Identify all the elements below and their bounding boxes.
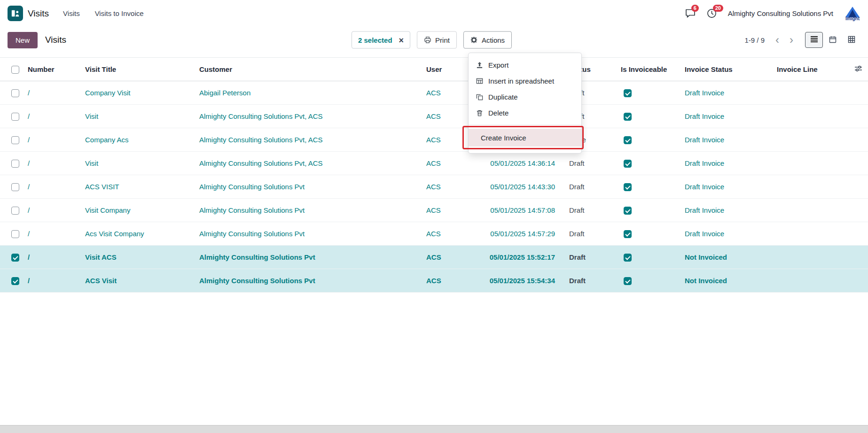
cell-is-invoiceable[interactable] bbox=[617, 105, 681, 128]
row-checkbox[interactable] bbox=[11, 207, 19, 215]
cell-visit-title[interactable]: Visit bbox=[81, 105, 195, 128]
cell-is-invoiceable[interactable] bbox=[617, 175, 681, 199]
cell-customer[interactable]: Almighty Consulting Solutions Pvt, ACS bbox=[195, 105, 422, 128]
cell-visit-date[interactable]: 05/01/2025 14:57:29 bbox=[468, 222, 565, 246]
cell-is-invoiceable[interactable] bbox=[617, 246, 681, 269]
row-select-cell[interactable] bbox=[0, 128, 24, 152]
row-select-cell[interactable] bbox=[0, 199, 24, 222]
cell-number[interactable]: / bbox=[24, 199, 81, 222]
cell-invoice-status[interactable]: Not Invoiced bbox=[681, 246, 773, 269]
cell-customer[interactable]: Almighty Consulting Solutions Pvt, ACS bbox=[195, 152, 422, 175]
cell-invoice-line[interactable] bbox=[773, 105, 848, 128]
cell-number[interactable]: / bbox=[24, 175, 81, 199]
pivot-view-button[interactable] bbox=[843, 32, 860, 48]
cell-invoice-line[interactable] bbox=[773, 175, 848, 199]
pager-next-button[interactable]: › bbox=[784, 34, 798, 46]
cell-status[interactable]: Draft bbox=[565, 199, 617, 222]
table-row[interactable]: /Company VisitAbigail PetersonACSDraftDr… bbox=[0, 81, 868, 105]
calendar-view-button[interactable] bbox=[824, 32, 842, 48]
cell-invoice-status[interactable]: Draft Invoice bbox=[681, 105, 773, 128]
table-row[interactable]: /Company AcsAlmighty Consulting Solution… bbox=[0, 128, 868, 152]
cell-is-invoiceable[interactable] bbox=[617, 222, 681, 246]
cell-invoice-line[interactable] bbox=[773, 222, 848, 246]
menu-item-create-invoice[interactable]: Create Invoice bbox=[469, 129, 581, 147]
cell-is-invoiceable[interactable] bbox=[617, 199, 681, 222]
cell-status[interactable]: Draft bbox=[565, 222, 617, 246]
actions-button[interactable]: Actions bbox=[463, 31, 512, 49]
menu-item[interactable]: Delete bbox=[469, 105, 581, 121]
cell-invoice-line[interactable] bbox=[773, 269, 848, 293]
cell-visit-title[interactable]: Visit Company bbox=[81, 199, 195, 222]
cell-invoice-status[interactable]: Draft Invoice bbox=[681, 152, 773, 175]
new-button[interactable]: New bbox=[8, 32, 38, 48]
cell-invoice-status[interactable]: Not Invoiced bbox=[681, 269, 773, 293]
row-checkbox[interactable] bbox=[11, 230, 19, 238]
clear-selection-button[interactable]: × bbox=[399, 36, 404, 44]
row-checkbox[interactable] bbox=[11, 254, 19, 262]
cell-invoice-status[interactable]: Draft Invoice bbox=[681, 199, 773, 222]
cell-number[interactable]: / bbox=[24, 105, 81, 128]
cell-status[interactable]: Draft bbox=[565, 246, 617, 269]
row-select-cell[interactable] bbox=[0, 222, 24, 246]
table-row[interactable]: /Acs Visit CompanyAlmighty Consulting So… bbox=[0, 222, 868, 246]
cell-invoice-line[interactable] bbox=[773, 199, 848, 222]
cell-user[interactable]: ACS bbox=[422, 128, 468, 152]
cell-user[interactable]: ACS bbox=[422, 105, 468, 128]
app-icon[interactable] bbox=[8, 6, 23, 21]
cell-user[interactable]: ACS bbox=[422, 175, 468, 199]
header-visit-title[interactable]: Visit Title bbox=[81, 58, 195, 81]
cell-visit-date[interactable]: 05/01/2025 15:52:17 bbox=[468, 246, 565, 269]
cell-visit-title[interactable]: ACS Visit bbox=[81, 269, 195, 293]
brand-logo[interactable]: Imight bbox=[845, 6, 860, 21]
header-customer[interactable]: Customer bbox=[195, 58, 422, 81]
row-select-cell[interactable] bbox=[0, 269, 24, 293]
cell-invoice-line[interactable] bbox=[773, 152, 848, 175]
row-select-cell[interactable] bbox=[0, 246, 24, 269]
cell-invoice-line[interactable] bbox=[773, 246, 848, 269]
select-all-checkbox[interactable] bbox=[11, 66, 19, 74]
menu-item[interactable]: Export bbox=[469, 57, 581, 73]
print-button[interactable]: Print bbox=[417, 31, 457, 49]
menu-item[interactable]: Insert in spreadsheet bbox=[469, 73, 581, 89]
cell-customer[interactable]: Abigail Peterson bbox=[195, 81, 422, 105]
cell-invoice-status[interactable]: Draft Invoice bbox=[681, 175, 773, 199]
cell-visit-date[interactable]: 05/01/2025 15:54:34 bbox=[468, 269, 565, 293]
cell-visit-date[interactable]: 05/01/2025 14:36:14 bbox=[468, 152, 565, 175]
cell-invoice-status[interactable]: Draft Invoice bbox=[681, 81, 773, 105]
table-row[interactable]: /VisitAlmighty Consulting Solutions Pvt,… bbox=[0, 152, 868, 175]
cell-number[interactable]: / bbox=[24, 152, 81, 175]
cell-user[interactable]: ACS bbox=[422, 81, 468, 105]
header-invoice-status[interactable]: Invoice Status bbox=[681, 58, 773, 81]
cell-customer[interactable]: Almighty Consulting Solutions Pvt bbox=[195, 246, 422, 269]
row-checkbox[interactable] bbox=[11, 160, 19, 168]
app-name[interactable]: Visits bbox=[28, 8, 49, 19]
header-is-invoiceable[interactable]: Is Invoiceable bbox=[617, 58, 681, 81]
cell-status[interactable]: Draft bbox=[565, 152, 617, 175]
messages-button[interactable]: 6 bbox=[685, 8, 696, 18]
table-row[interactable]: /ACS VISITAlmighty Consulting Solutions … bbox=[0, 175, 868, 199]
cell-visit-date[interactable]: 05/01/2025 14:43:30 bbox=[468, 175, 565, 199]
cell-customer[interactable]: Almighty Consulting Solutions Pvt bbox=[195, 199, 422, 222]
cell-user[interactable]: ACS bbox=[422, 269, 468, 293]
cell-number[interactable]: / bbox=[24, 269, 81, 293]
cell-is-invoiceable[interactable] bbox=[617, 269, 681, 293]
cell-number[interactable]: / bbox=[24, 81, 81, 105]
list-view-button[interactable] bbox=[805, 32, 823, 48]
cell-invoice-line[interactable] bbox=[773, 128, 848, 152]
cell-user[interactable]: ACS bbox=[422, 199, 468, 222]
row-select-cell[interactable] bbox=[0, 105, 24, 128]
cell-invoice-status[interactable]: Draft Invoice bbox=[681, 128, 773, 152]
row-select-cell[interactable] bbox=[0, 175, 24, 199]
header-number[interactable]: Number bbox=[24, 58, 81, 81]
cell-customer[interactable]: Almighty Consulting Solutions Pvt bbox=[195, 222, 422, 246]
cell-visit-title[interactable]: Company Acs bbox=[81, 128, 195, 152]
menu-item[interactable]: Duplicate bbox=[469, 89, 581, 105]
nav-menu-visits-to-invoice[interactable]: Visits to Invoice bbox=[95, 9, 144, 17]
row-checkbox[interactable] bbox=[11, 277, 19, 285]
cell-invoice-line[interactable] bbox=[773, 81, 848, 105]
cell-number[interactable]: / bbox=[24, 246, 81, 269]
nav-menu-visits[interactable]: Visits bbox=[63, 9, 80, 17]
cell-visit-title[interactable]: Visit bbox=[81, 152, 195, 175]
row-checkbox[interactable] bbox=[11, 113, 19, 121]
cell-is-invoiceable[interactable] bbox=[617, 152, 681, 175]
